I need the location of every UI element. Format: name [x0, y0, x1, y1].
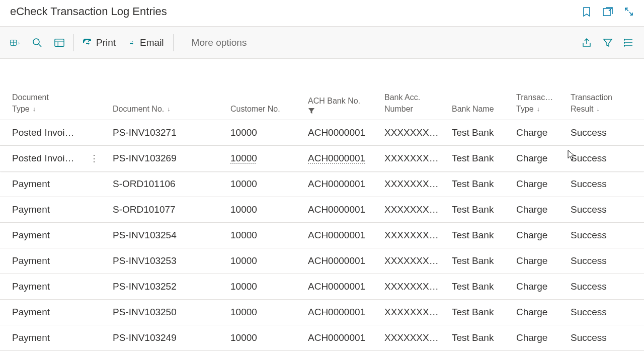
cell-bank-name: Test Bank [440, 255, 504, 266]
cell-document-no[interactable]: PS-INV103254 [101, 230, 218, 241]
cell-bank-acc-number: XXXXXXXX… [372, 281, 440, 292]
cell-document-no[interactable]: PS-INV103250 [101, 307, 218, 318]
print-button[interactable]: Print [83, 37, 116, 48]
col-header-document-no[interactable]: Document No. ↓ [101, 104, 218, 115]
expand-icon[interactable] [624, 7, 634, 17]
cell-document-no[interactable]: S-ORD101106 [101, 178, 218, 190]
cell-ach-bank-no[interactable]: ACH0000001 [296, 127, 372, 138]
detail-pane-icon[interactable] [624, 38, 634, 48]
sort-desc-icon: ↓ [167, 105, 171, 114]
cell-customer-no[interactable]: 10000 [218, 153, 296, 164]
svg-point-4 [624, 39, 625, 40]
cell-ach-bank-no[interactable]: ACH0000001 [296, 307, 372, 318]
email-button[interactable]: Email [127, 37, 164, 48]
cell-bank-acc-number: XXXXXXXX… [372, 307, 440, 318]
table-row[interactable]: Posted Invoi…PS-INV10327110000ACH0000001… [0, 120, 644, 146]
cell-customer-no[interactable]: 10000 [218, 332, 296, 343]
cell-customer-no[interactable]: 10000 [218, 230, 296, 241]
col-header-bank-name[interactable]: Bank Name [440, 104, 504, 115]
cell-document-type: Payment [0, 255, 101, 266]
table-row[interactable]: PaymentPS-INV10325210000ACH0000001XXXXXX… [0, 274, 644, 300]
cell-bank-name: Test Bank [440, 281, 504, 292]
cell-customer-no[interactable]: 10000 [218, 255, 296, 266]
cell-ach-bank-no[interactable]: ACH0000001 [296, 230, 372, 241]
cell-transaction-result: Success [558, 332, 644, 343]
list-layout-icon[interactable] [54, 38, 64, 48]
cell-customer-no[interactable]: 10000 [218, 127, 296, 138]
col-header-text: Result [571, 104, 593, 115]
cell-transaction-result: Success [558, 281, 644, 292]
cell-bank-name: Test Bank [440, 153, 504, 164]
cell-transaction-result: Success [558, 153, 644, 164]
cell-bank-acc-number: XXXXXXXX… [372, 178, 440, 190]
cell-bank-name: Test Bank [440, 307, 504, 318]
col-header-document-type[interactable]: Document Type ↓ [0, 92, 101, 115]
cell-bank-name: Test Bank [440, 178, 504, 190]
table-row[interactable]: PaymentPS-INV10325010000ACH0000001XXXXXX… [0, 300, 644, 325]
table-row[interactable]: PaymentS-ORD10107710000ACH0000001XXXXXXX… [0, 197, 644, 223]
col-header-transaction-type[interactable]: Transac… Type ↓ [504, 92, 558, 115]
cell-customer-no[interactable]: 10000 [218, 281, 296, 292]
col-header-bank-acc-number[interactable]: Bank Acc. Number [372, 92, 440, 115]
cell-document-no[interactable]: PS-INV103249 [101, 332, 218, 343]
cell-document-no[interactable]: PS-INV103269 [101, 153, 218, 164]
col-header-text: Type [12, 104, 30, 115]
cell-ach-bank-no[interactable]: ACH0000001 [296, 178, 372, 190]
open-new-window-icon[interactable] [603, 7, 613, 17]
cell-ach-bank-no[interactable]: ACH0000001 [296, 255, 372, 266]
cell-customer-no[interactable]: 10000 [218, 204, 296, 215]
cell-document-type: Payment [0, 230, 101, 241]
cell-document-no[interactable]: PS-INV103253 [101, 255, 218, 266]
more-options-button[interactable]: More options [192, 37, 247, 48]
cell-document-type: Payment [0, 204, 101, 215]
cell-ach-bank-no[interactable]: ACH0000001 [296, 204, 372, 215]
table-row[interactable]: PaymentPS-INV10325310000ACH0000001XXXXXX… [0, 248, 644, 274]
cell-customer-no[interactable]: 10000 [218, 178, 296, 190]
grid-header-row: Document Type ↓ Document No. ↓ Customer … [0, 74, 644, 120]
cell-transaction-type: Charge [504, 332, 558, 343]
cell-ach-bank-no[interactable]: ACH0000001 [296, 153, 372, 164]
col-header-text: Bank Acc. [384, 92, 440, 103]
sort-desc-icon: ↓ [537, 105, 540, 114]
cell-transaction-type: Charge [504, 255, 558, 266]
column-filter-icon[interactable] [308, 108, 315, 115]
cell-document-no[interactable]: PS-INV103252 [101, 281, 218, 292]
cell-document-no[interactable]: S-ORD101077 [101, 204, 218, 215]
page-title: eCheck Transaction Log Entries [10, 5, 167, 18]
col-header-text: ACH Bank No. [308, 96, 372, 107]
cell-document-type: Payment [0, 281, 101, 292]
cell-bank-name: Test Bank [440, 332, 504, 343]
sort-desc-icon: ↓ [596, 105, 600, 114]
table-row[interactable]: PaymentPS-INV10325410000ACH0000001XXXXXX… [0, 223, 644, 248]
cell-transaction-type: Charge [504, 204, 558, 215]
cell-customer-no[interactable]: 10000 [218, 307, 296, 318]
svg-rect-3 [55, 39, 64, 46]
cell-bank-acc-number: XXXXXXXX… [372, 127, 440, 138]
table-row[interactable]: PaymentPS-INV10324910000ACH0000001XXXXXX… [0, 325, 644, 351]
cell-transaction-result: Success [558, 307, 644, 318]
col-header-customer-no[interactable]: Customer No. [218, 104, 296, 115]
toolbar-separator [173, 34, 174, 51]
col-header-text: Transaction [571, 92, 644, 103]
col-header-transaction-result[interactable]: Transaction Result ↓ [558, 92, 644, 115]
row-actions-icon[interactable]: ⋮ [90, 154, 99, 163]
cell-bank-name: Test Bank [440, 204, 504, 215]
cell-ach-bank-no[interactable]: ACH0000001 [296, 332, 372, 343]
col-header-ach-bank-no[interactable]: ACH Bank No. [296, 96, 372, 115]
filter-icon[interactable] [603, 38, 613, 48]
table-row[interactable]: Posted Invoi…PS-INV10326910000ACH0000001… [0, 146, 644, 171]
cell-transaction-result: Success [558, 255, 644, 266]
cell-ach-bank-no[interactable]: ACH0000001 [296, 281, 372, 292]
action-arrow-icon [83, 39, 92, 47]
table-row[interactable]: PaymentS-ORD10110610000ACH0000001XXXXXXX… [0, 171, 644, 197]
search-icon[interactable] [32, 38, 42, 48]
bookmark-icon[interactable] [582, 7, 592, 17]
svg-point-6 [624, 45, 625, 46]
view-mode-icon[interactable] [10, 38, 20, 48]
share-icon[interactable] [582, 38, 592, 48]
cell-bank-acc-number: XXXXXXXX… [372, 230, 440, 241]
cell-document-no[interactable]: PS-INV103271 [101, 127, 218, 138]
cell-document-type: Posted Invoi… [0, 127, 101, 138]
cell-bank-acc-number: XXXXXXXX… [372, 332, 440, 343]
cell-transaction-type: Charge [504, 153, 558, 164]
